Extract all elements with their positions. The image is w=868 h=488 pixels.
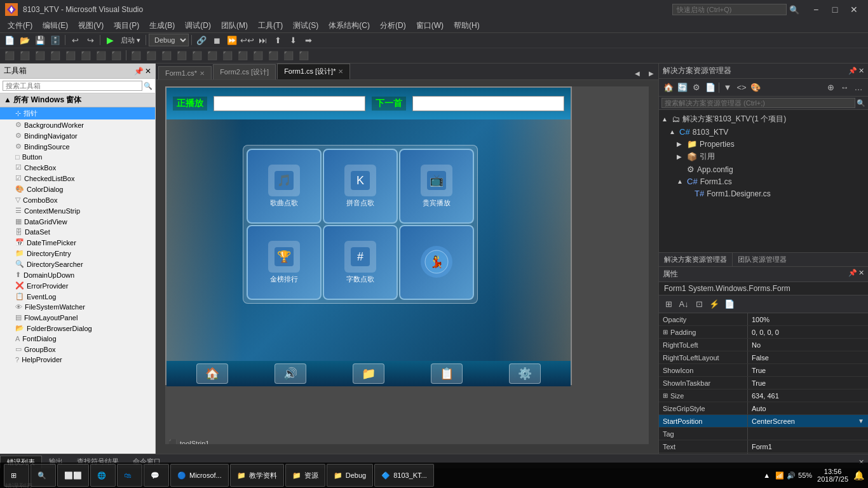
toolbox-item-groupbox[interactable]: ▭ GroupBox xyxy=(0,344,155,355)
maximize-button[interactable]: □ xyxy=(826,3,844,16)
toolbox-item-domainupdown[interactable]: ⬆ DomainUpDown xyxy=(0,269,155,280)
prop-topmost-value[interactable]: False xyxy=(748,453,868,454)
prop-startposition-value[interactable]: CenterScreen ▼ xyxy=(748,415,868,427)
menu-edit[interactable]: 编辑(E) xyxy=(37,19,73,32)
startposition-dropdown-icon[interactable]: ▼ xyxy=(858,417,864,424)
menu-project[interactable]: 项目(P) xyxy=(109,19,144,32)
project-root[interactable]: ▲ C# 8103_KTV xyxy=(659,126,868,138)
project-toggle[interactable]: ▲ xyxy=(669,128,677,135)
toolbox-item-datagridview[interactable]: ▦ DataGridView xyxy=(0,216,155,227)
toolbox-item-combobox[interactable]: ▽ ComboBox xyxy=(0,194,155,205)
minimize-button[interactable]: − xyxy=(807,3,825,16)
store-button[interactable]: 🛍 xyxy=(117,464,142,487)
toolbar-btn-6[interactable]: ⏩ xyxy=(225,34,239,46)
format-btn11[interactable]: ⬛ xyxy=(159,49,173,62)
format-btn15[interactable]: ⬛ xyxy=(220,49,234,62)
notifications-button[interactable]: 🔔 xyxy=(853,470,864,480)
tree-appconfig[interactable]: ⚙ App.config xyxy=(659,163,868,175)
toolbox-item-folderbrowserdialog[interactable]: 📂 FolderBrowserDialog xyxy=(0,323,155,334)
toolbox-item-eventlog[interactable]: 📋 EventLog xyxy=(0,291,155,302)
quick-launch-input[interactable] xyxy=(672,4,787,15)
toolbox-item-button[interactable]: □ Button xyxy=(0,152,155,162)
props-close-icon[interactable]: ✕ xyxy=(858,269,864,280)
sol-git-btn[interactable]: ⊕ xyxy=(824,81,837,94)
volume-icon[interactable]: 🔊 xyxy=(787,471,796,480)
folder-debug-button[interactable]: 📁 Debug xyxy=(327,464,373,487)
sol-refresh-btn[interactable]: 🔄 xyxy=(675,81,689,94)
save-all-btn[interactable]: 🗄️ xyxy=(48,34,62,46)
bottom-scrollbar[interactable] xyxy=(165,444,649,454)
footer-btn-volume[interactable]: 🔊 xyxy=(275,363,306,384)
sol-filter-btn[interactable]: ▼ xyxy=(721,81,735,94)
format-btn9[interactable]: ⬛ xyxy=(129,49,143,62)
footer-btn-settings[interactable]: ⚙️ xyxy=(509,363,541,384)
format-btn20[interactable]: ⬛ xyxy=(297,49,311,62)
props-properties-btn[interactable]: ⊡ xyxy=(692,298,706,311)
properties-toggle[interactable]: ▶ xyxy=(677,140,684,147)
toolbox-item-directorysearcher[interactable]: 🔍 DirectorySearcher xyxy=(0,259,155,269)
mail-button[interactable]: 💬 xyxy=(144,464,169,487)
toolbox-item-fontdialog[interactable]: A FontDialog xyxy=(0,334,155,344)
sol-extra-btn[interactable]: … xyxy=(851,81,865,94)
format-btn13[interactable]: ⬛ xyxy=(190,49,204,62)
format-btn3[interactable]: ⬛ xyxy=(33,49,47,62)
solution-toggle[interactable]: ▲ xyxy=(661,116,669,123)
format-btn18[interactable]: ⬛ xyxy=(266,49,280,62)
toolbox-item-binding-source[interactable]: ⚙ BindingSource xyxy=(0,141,155,152)
sol-props-btn[interactable]: ⚙ xyxy=(689,81,703,94)
toolbar-btn-10[interactable]: ⬇ xyxy=(286,34,300,46)
tab-form1-cs-close[interactable]: ✕ xyxy=(200,70,205,77)
toolbox-item-filesystemwatcher[interactable]: 👁 FileSystemWatcher xyxy=(0,302,155,312)
toolbox-pin-icon[interactable]: 📌 xyxy=(134,67,144,76)
solution-tab-team[interactable]: 团队资源管理器 xyxy=(733,253,792,266)
redo-btn[interactable]: ↪ xyxy=(83,34,97,46)
toolbox-item-datetimepicker[interactable]: 📅 DateTimePicker xyxy=(0,237,155,248)
tab-form1-cs[interactable]: Form1.cs* ✕ xyxy=(158,66,212,79)
menu-build[interactable]: 生成(B) xyxy=(144,19,180,32)
sol-showfiles-btn[interactable]: 📄 xyxy=(703,81,717,94)
edge-button[interactable]: 🌐 xyxy=(90,464,116,487)
props-pin-icon[interactable]: 📌 xyxy=(848,269,857,280)
prop-righttoleft-value[interactable]: No xyxy=(748,339,868,351)
tab-form2-design[interactable]: Form2.cs [设计] xyxy=(213,64,276,79)
format-btn14[interactable]: ⬛ xyxy=(205,49,219,62)
prop-tag-value[interactable] xyxy=(748,428,868,440)
menu-window[interactable]: 窗口(W) xyxy=(411,19,449,32)
toolbar-btn-8[interactable]: ⏭ xyxy=(255,34,269,46)
prop-opacity-value[interactable]: 100% xyxy=(748,313,868,325)
toolbox-item-context-menu[interactable]: ☰ ContextMenuStrip xyxy=(0,205,155,216)
menu-test[interactable]: 测试(S) xyxy=(288,19,323,32)
props-alpha-btn[interactable]: A↓ xyxy=(677,298,691,311)
size-expand-icon[interactable]: ⊞ xyxy=(663,392,668,399)
sol-code-btn[interactable]: <> xyxy=(735,81,749,94)
prop-showintaskbar-value[interactable]: True xyxy=(748,377,868,389)
search-button[interactable]: 🔍 xyxy=(31,464,56,487)
toolbox-item-bg-worker[interactable]: ⚙ BackgroundWorker xyxy=(0,119,155,130)
toolbar-btn-11[interactable]: ➡ xyxy=(301,34,315,46)
footer-btn-folder[interactable]: 📁 xyxy=(353,363,384,384)
toolbox-item-helpprovider[interactable]: ? HelpProvider xyxy=(0,355,155,365)
format-btn17[interactable]: ⬛ xyxy=(251,49,265,62)
sol-designer-btn[interactable]: 🎨 xyxy=(749,81,763,94)
solution-close-icon[interactable]: ✕ xyxy=(858,67,864,75)
format-btn4[interactable]: ⬛ xyxy=(48,49,62,62)
solution-tab-solution[interactable]: 解决方案资源管理器 xyxy=(659,253,733,266)
tab-form1-design-close[interactable]: ✕ xyxy=(338,68,343,75)
toolbar-btn-7[interactable]: ↩↩ xyxy=(240,34,254,46)
vs-task-button[interactable]: 🔷 8103_KT... xyxy=(374,464,434,487)
toolbar-btn-5[interactable]: ◼ xyxy=(210,34,224,46)
form1cs-toggle[interactable]: ▲ xyxy=(677,178,684,185)
format-btn16[interactable]: ⬛ xyxy=(236,49,250,62)
menu-view[interactable]: 视图(V) xyxy=(73,19,109,32)
menu-btn-stroke-select[interactable]: # 字数点歌 xyxy=(323,225,398,300)
config-dropdown[interactable]: Debug xyxy=(149,34,189,46)
toolbox-section-windows[interactable]: ▲ 所有 Windows 窗体 xyxy=(0,93,155,107)
format-btn6[interactable]: ⬛ xyxy=(79,49,93,62)
tree-form1cs[interactable]: ▲ C# Form1.cs xyxy=(659,175,868,187)
footer-btn-list[interactable]: 📋 xyxy=(431,363,463,384)
toolbox-item-color-dialog[interactable]: 🎨 ColorDialog xyxy=(0,184,155,194)
prop-righttoleftlayout-value[interactable]: False xyxy=(748,351,868,363)
references-toggle[interactable]: ▶ xyxy=(677,153,684,160)
format-btn2[interactable]: ⬛ xyxy=(18,49,32,62)
next-song-input[interactable] xyxy=(412,96,564,111)
